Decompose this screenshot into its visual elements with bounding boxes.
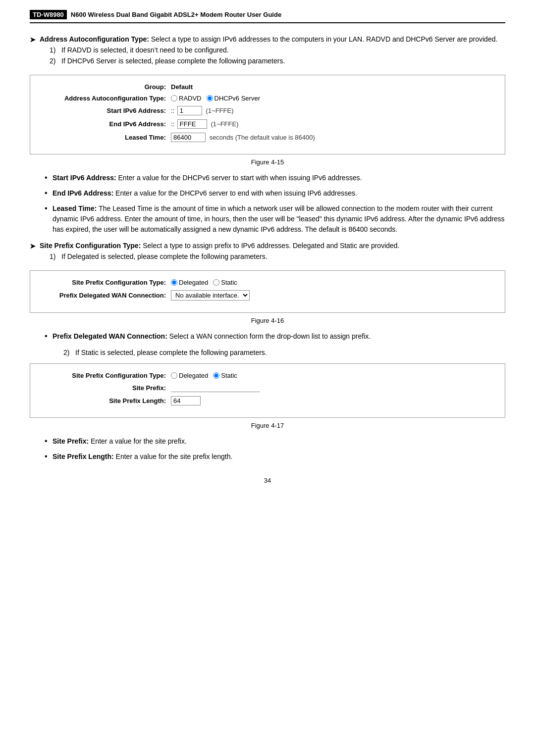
figure-15-start-row: Start IPv6 Address: :: (1~FFFE) (42, 106, 493, 115)
radio-delegated-17[interactable]: Delegated (171, 372, 208, 379)
desc-leased-time: The Leased Time is the amount of time in… (53, 204, 505, 233)
end-ipv6-hint: (1~FFFE) (211, 120, 238, 128)
site-prefix-label: Site Prefix: (42, 384, 171, 392)
bullet-dot-6: • (45, 452, 53, 461)
num-s2-2: 2) (63, 349, 75, 356)
radio-static-16[interactable]: Static (213, 279, 237, 286)
bullet-site-prefix-text: Site Prefix: Enter a value for the site … (53, 436, 505, 447)
radio-group-site-prefix-17: Delegated Static (171, 372, 237, 379)
bullet-site-prefix-length-text: Site Prefix Length: Enter a value for th… (53, 452, 505, 462)
term-start-ipv6: Start IPv6 Address: (53, 174, 118, 182)
group-label: Group: (42, 83, 171, 91)
site-prefix-type-radios-17: Delegated Static (171, 372, 237, 379)
leased-time-input[interactable] (171, 133, 206, 142)
site-prefix-length-label: Site Prefix Length: (42, 397, 171, 404)
site-prefix-input[interactable] (171, 383, 260, 392)
leased-time-hint: seconds (The default value is 86400) (210, 134, 315, 141)
figure-15-leased-row: Leased Time: seconds (The default value … (42, 133, 493, 142)
bullet-dot-2: • (45, 188, 53, 198)
site-prefix-length-input[interactable] (171, 396, 201, 405)
bullet-dot-4: • (45, 331, 53, 341)
radio-static-17-input[interactable] (213, 372, 219, 379)
bullet-leased-time-text: Leased Time: The Leased Time is the amou… (53, 203, 505, 235)
radio-delegated-17-input[interactable] (171, 372, 177, 379)
page-number: 34 (30, 477, 505, 484)
numbered-item-2: 2) If DHCPv6 Server is selected, please … (50, 57, 505, 65)
radio-delegated-17-label: Delegated (179, 372, 208, 379)
end-ipv6-input[interactable] (177, 119, 207, 129)
prefix-delegated-wan-label: Prefix Delegated WAN Connection: (42, 292, 171, 299)
section2-item1-text: If Delegated is selected, please complet… (61, 252, 268, 260)
figure-16-wan-row: Prefix Delegated WAN Connection: No avai… (42, 290, 493, 301)
start-prefix: :: (171, 107, 174, 114)
section2-content: Site Prefix Configuration Type: Select a… (40, 242, 505, 263)
desc-site-prefix-length: Enter a value for the site prefix length… (116, 453, 233, 460)
leased-time-label: Leased Time: (42, 134, 171, 141)
radio-static-16-input[interactable] (213, 279, 219, 286)
site-prefix-length-value (171, 396, 201, 405)
section-content: Address Autoconfiguration Type: Select a… (40, 35, 505, 68)
section2-desc: Select a type to assign prefix to IPv6 a… (143, 242, 399, 250)
figure-17-caption: Figure 4-17 (30, 422, 505, 429)
section2-label: Site Prefix Configuration Type: (40, 242, 141, 250)
arrow-icon: ➤ (30, 36, 36, 44)
bullet-start-ipv6: • Start IPv6 Address: Enter a value for … (45, 173, 505, 183)
figure-15-group-row: Group: Default (42, 83, 493, 91)
radio-group-autoconfig: RADVD DHCPv6 Server (171, 95, 260, 102)
site-prefix-type-radios-16: Delegated Static (171, 279, 237, 286)
radio-dhcpv6-input[interactable] (207, 95, 213, 101)
section1-label: Address Autoconfiguration Type: (40, 35, 149, 43)
radio-delegated-16-input[interactable] (171, 279, 177, 286)
figure-15-end-row: End IPv6 Address: :: (1~FFFE) (42, 119, 493, 129)
section2-list: 1) If Delegated is selected, please comp… (50, 252, 505, 260)
term-prefix-delegated-wan: Prefix Delegated WAN Connection: (53, 332, 169, 340)
section2-item2-container: 2) If Static is selected, please complet… (63, 349, 505, 356)
figure-17-prefix-length-row: Site Prefix Length: (42, 396, 493, 405)
prefix-delegated-wan-select[interactable]: No available interface. (171, 290, 250, 301)
radio-delegated-16[interactable]: Delegated (171, 279, 208, 286)
start-ipv6-hint: (1~FFFE) (206, 107, 233, 114)
end-ipv6-value: :: (1~FFFE) (171, 119, 238, 129)
bullet-site-prefix: • Site Prefix: Enter a value for the sit… (45, 436, 505, 447)
end-ipv6-label: End IPv6 Address: (42, 120, 171, 128)
arrow-icon-2: ➤ (30, 242, 36, 250)
section2-item-2: 2) If Static is selected, please complet… (63, 349, 505, 356)
autoconfig-radios: RADVD DHCPv6 Server (171, 95, 260, 102)
site-prefix-value (171, 383, 260, 392)
desc-start-ipv6: Enter a value for the DHCPv6 server to s… (118, 174, 362, 182)
num-1: 1) (50, 46, 61, 54)
autoconfig-label: Address Autoconfiguration Type: (42, 95, 171, 102)
page: TD-W8980 N600 Wireless Dual Band Gigabit… (0, 0, 535, 756)
figure-17-type-row: Site Prefix Configuration Type: Delegate… (42, 372, 493, 379)
term-site-prefix: Site Prefix: (53, 437, 91, 445)
radio-static-16-label: Static (221, 279, 237, 286)
radio-static-17[interactable]: Static (213, 372, 237, 379)
end-prefix: :: (171, 120, 174, 128)
bullet-end-ipv6: • End IPv6 Address: Enter a value for th… (45, 188, 505, 199)
figure-15-autoconfig-row: Address Autoconfiguration Type: RADVD DH… (42, 95, 493, 102)
num-s2-1: 1) (50, 252, 61, 260)
radio-radvd-label: RADVD (179, 95, 202, 102)
section2-item-1: 1) If Delegated is selected, please comp… (50, 252, 505, 260)
bullet-list-3: • Site Prefix: Enter a value for the sit… (45, 436, 505, 462)
term-leased-time: Leased Time: (53, 204, 99, 212)
bullet-site-prefix-length: • Site Prefix Length: Enter a value for … (45, 452, 505, 462)
radio-dhcpv6-label: DHCPv6 Server (214, 95, 260, 102)
item2-text: If DHCPv6 Server is selected, please com… (61, 57, 285, 65)
start-ipv6-input[interactable] (177, 106, 202, 115)
site-prefix-type-label-17: Site Prefix Configuration Type: (42, 372, 171, 379)
num-2: 2) (50, 57, 61, 65)
bullet-leased-time: • Leased Time: The Leased Time is the am… (45, 203, 505, 235)
desc-end-ipv6: Enter a value for the DHCPv6 server to e… (115, 189, 357, 197)
bullet-dot-3: • (45, 203, 53, 213)
radio-radvd[interactable]: RADVD (171, 95, 202, 102)
numbered-item-1: 1) If RADVD is selected, it doesn’t need… (50, 46, 505, 54)
radio-radvd-input[interactable] (171, 95, 177, 101)
section-site-prefix: ➤ Site Prefix Configuration Type: Select… (30, 242, 505, 263)
term-end-ipv6: End IPv6 Address: (53, 189, 115, 197)
prefix-delegated-wan-value: No available interface. (171, 290, 250, 301)
radio-dhcpv6[interactable]: DHCPv6 Server (207, 95, 260, 102)
group-value: Default (171, 83, 193, 91)
figure-16-type-row: Site Prefix Configuration Type: Delegate… (42, 279, 493, 286)
figure-17-box: Site Prefix Configuration Type: Delegate… (30, 363, 505, 418)
